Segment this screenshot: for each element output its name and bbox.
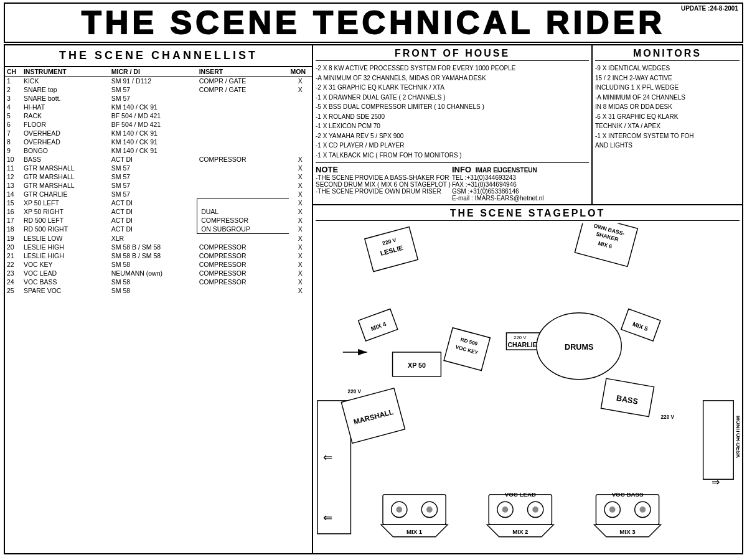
note-line: -THE SCENE PROVIDE OWN DRUM RISER (316, 188, 452, 195)
monitor-mark: X (289, 251, 312, 260)
svg-text:MIX 1: MIX 1 (406, 528, 423, 535)
insert (197, 164, 289, 172)
monitor-mark (289, 129, 312, 138)
monitor-mark: X (289, 172, 312, 181)
col-header-instrument: INSTRUMENT (22, 67, 110, 77)
table-row: 15XP 50 LEFTACT DIX (5, 198, 312, 207)
mic-di: BF 504 / MD 421 (110, 120, 197, 129)
insert (197, 103, 289, 111)
instrument-name: LESLIE LOW (22, 234, 110, 243)
mic-di: SM 91 / D112 (110, 77, 197, 86)
foh-item: -1 X DRAWNER DUAL GATE ( 2 CHANNELS ) (316, 93, 589, 103)
insert (197, 198, 289, 207)
foh-panel: FRONT OF HOUSE -2 X 8 KW ACTIVE PROCESSE… (313, 45, 593, 204)
svg-rect-48 (596, 495, 659, 525)
monitors-item: 15 / 2 INCH 2-WAY ACTIVE (595, 73, 740, 83)
mic-di: SM 57 (110, 94, 197, 103)
info-section: INFO IMAR EIJGENSTEUN TEL :+31(0)3446932… (452, 165, 589, 202)
monitor-mark: X (289, 225, 312, 234)
col-header-mon: MON (289, 67, 312, 77)
table-row: 17RD 500 LEFTACT DICOMPRESSORX (5, 216, 312, 225)
mic-di: SM 58 (110, 278, 197, 286)
insert (197, 190, 289, 198)
insert (197, 234, 289, 243)
mic-di: ACT DI (110, 216, 197, 225)
svg-point-38 (426, 506, 433, 513)
insert (197, 94, 289, 103)
svg-rect-34 (383, 495, 446, 525)
insert: COMPRESSOR (197, 260, 289, 269)
monitor-mark: X (289, 181, 312, 190)
insert: COMPRESSOR (197, 216, 289, 225)
stageplot-header: THE SCENE STAGEPLOT (316, 208, 740, 221)
note-lines: -THE SCENE PROVIDE A BASS-SHAKER FORSECO… (316, 174, 452, 195)
mic-di: KM 140 / CK 91 (110, 138, 197, 146)
svg-text:MONITOR-DESK: MONITOR-DESK (735, 416, 740, 459)
channel-tbody: 1KICKSM 91 / D112COMPR / GATEX2SNARE top… (5, 77, 312, 295)
svg-text:⇐: ⇐ (323, 512, 332, 525)
instrument-name: OVERHEAD (22, 138, 110, 146)
monitor-mark (289, 94, 312, 103)
monitor-mark (289, 103, 312, 111)
monitor-mark: X (289, 190, 312, 198)
table-row: 20LESLIE HIGHSM 58 B / SM 58COMPRESSORX (5, 243, 312, 251)
col-header-ch: CH (5, 67, 22, 77)
instrument-name: BASS (22, 155, 110, 164)
mic-di: KM 140 / CK 91 (110, 129, 197, 138)
channel-number: 1 (5, 77, 22, 86)
monitor-mark: X (289, 234, 312, 243)
channel-number: 5 (5, 111, 22, 120)
instrument-name: RD 500 LEFT (22, 216, 110, 225)
mic-di: NEUMANN (own) (110, 269, 197, 278)
right-panel: FRONT OF HOUSE -2 X 8 KW ACTIVE PROCESSE… (313, 45, 742, 553)
instrument-name: FLOOR (22, 120, 110, 129)
table-row: 7OVERHEADKM 140 / CK 91 (5, 129, 312, 138)
svg-text:CHARLIE: CHARLIE (507, 341, 537, 348)
insert (197, 120, 289, 129)
channel-number: 11 (5, 164, 22, 172)
insert: ON SUBGROUP (197, 225, 289, 234)
mic-di: SM 57 (110, 181, 197, 190)
stageplot-panel: THE SCENE STAGEPLOT TUNING-AREA ⇐ ⇐ MONI… (313, 205, 742, 553)
insert: COMPRESSOR (197, 251, 289, 260)
mic-di: SM 57 (110, 164, 197, 172)
foh-item: -1 X TALKBACK MIC ( FROM FOH TO MONITORS… (316, 151, 589, 161)
monitors-item: AND LIGHTS (595, 141, 740, 151)
table-row: 22VOC KEYSM 58COMPRESSORX (5, 260, 312, 269)
mic-di: SM 57 (110, 172, 197, 181)
mic-di: SM 58 (110, 286, 197, 295)
mic-di: SM 57 (110, 85, 197, 94)
instrument-name: LESLIE HIGH (22, 251, 110, 260)
insert: COMPRESSOR (197, 243, 289, 251)
svg-text:220 V: 220 V (348, 389, 362, 394)
table-row: 11GTR MARSHALLSM 57X (5, 164, 312, 172)
instrument-name: LESLIE HIGH (22, 243, 110, 251)
main-title: THE SCENE TECHNICAL RIDER (5, 5, 742, 40)
svg-rect-41 (489, 495, 552, 525)
foh-item: -2 X 31 GRAPHIC EQ KLARK TECHNIK / XTA (316, 83, 589, 93)
monitors-list: -9 X IDENTICAL WEDGES15 / 2 INCH 2-WAY A… (595, 63, 740, 151)
monitor-mark: X (289, 278, 312, 286)
channel-number: 16 (5, 207, 22, 216)
info-label: INFO (452, 165, 471, 174)
monitors-item: TECHNIK / XTA / APEX (595, 121, 740, 131)
mic-di: XLR (110, 234, 197, 243)
monitor-mark (289, 120, 312, 129)
monitor-mark (289, 111, 312, 120)
svg-point-50 (609, 506, 616, 513)
mic-di: SM 58 (110, 260, 197, 269)
table-row: 4HI-HATKM 140 / CK 91 (5, 103, 312, 111)
monitors-item: -1 X INTERCOM SYSTEM TO FOH (595, 131, 740, 141)
table-row: 10BASSACT DICOMPRESSORX (5, 155, 312, 164)
channel-number: 10 (5, 155, 22, 164)
instrument-name: SNARE bott. (22, 94, 110, 103)
table-row: 14GTR CHARLIESM 57X (5, 190, 312, 198)
mic-di: ACT DI (110, 198, 197, 207)
svg-rect-4 (703, 401, 734, 479)
table-row: 9BONGOKM 140 / CK 91 (5, 146, 312, 155)
page-header: UPDATE :24-8-2001 THE SCENE TECHNICAL RI… (4, 2, 743, 43)
instrument-name: VOC LEAD (22, 269, 110, 278)
monitor-mark: X (289, 207, 312, 216)
svg-text:⇒: ⇒ (712, 477, 720, 487)
table-row: 24VOC BASSSM 58COMPRESSORX (5, 278, 312, 286)
